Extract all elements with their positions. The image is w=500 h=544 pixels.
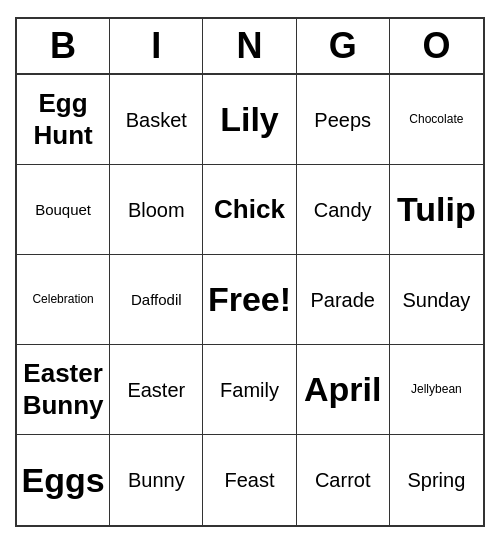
bingo-cell: Free! bbox=[203, 255, 296, 345]
header-letter: N bbox=[203, 19, 296, 73]
cell-text: Bouquet bbox=[35, 201, 91, 219]
header-letter: O bbox=[390, 19, 483, 73]
cell-text: Family bbox=[220, 378, 279, 402]
bingo-grid: Egg HuntBasketLilyPeepsChocolateBouquetB… bbox=[17, 75, 483, 525]
bingo-cell: Easter Bunny bbox=[17, 345, 110, 435]
cell-text: Easter Bunny bbox=[21, 358, 105, 420]
cell-text: Basket bbox=[126, 108, 187, 132]
bingo-cell: Celebration bbox=[17, 255, 110, 345]
cell-text: April bbox=[304, 369, 381, 410]
cell-text: Chocolate bbox=[409, 112, 463, 126]
cell-text: Spring bbox=[407, 468, 465, 492]
cell-text: Egg Hunt bbox=[21, 88, 105, 150]
bingo-cell: April bbox=[297, 345, 390, 435]
bingo-cell: Spring bbox=[390, 435, 483, 525]
cell-text: Peeps bbox=[314, 108, 371, 132]
bingo-header: BINGO bbox=[17, 19, 483, 75]
bingo-cell: Peeps bbox=[297, 75, 390, 165]
bingo-cell: Bouquet bbox=[17, 165, 110, 255]
cell-text: Candy bbox=[314, 198, 372, 222]
bingo-cell: Lily bbox=[203, 75, 296, 165]
bingo-cell: Chick bbox=[203, 165, 296, 255]
header-letter: G bbox=[297, 19, 390, 73]
cell-text: Jellybean bbox=[411, 382, 462, 396]
bingo-cell: Egg Hunt bbox=[17, 75, 110, 165]
bingo-cell: Eggs bbox=[17, 435, 110, 525]
cell-text: Daffodil bbox=[131, 291, 182, 309]
bingo-cell: Daffodil bbox=[110, 255, 203, 345]
cell-text: Tulip bbox=[397, 189, 476, 230]
cell-text: Free! bbox=[208, 279, 291, 320]
cell-text: Celebration bbox=[32, 292, 93, 306]
bingo-cell: Basket bbox=[110, 75, 203, 165]
cell-text: Parade bbox=[310, 288, 375, 312]
bingo-cell: Parade bbox=[297, 255, 390, 345]
cell-text: Lily bbox=[220, 99, 279, 140]
cell-text: Eggs bbox=[22, 460, 105, 501]
bingo-card: BINGO Egg HuntBasketLilyPeepsChocolateBo… bbox=[15, 17, 485, 527]
cell-text: Bloom bbox=[128, 198, 185, 222]
bingo-cell: Jellybean bbox=[390, 345, 483, 435]
bingo-cell: Tulip bbox=[390, 165, 483, 255]
bingo-cell: Carrot bbox=[297, 435, 390, 525]
bingo-cell: Candy bbox=[297, 165, 390, 255]
cell-text: Feast bbox=[224, 468, 274, 492]
bingo-cell: Bunny bbox=[110, 435, 203, 525]
cell-text: Easter bbox=[127, 378, 185, 402]
bingo-cell: Sunday bbox=[390, 255, 483, 345]
bingo-cell: Family bbox=[203, 345, 296, 435]
bingo-cell: Feast bbox=[203, 435, 296, 525]
bingo-cell: Bloom bbox=[110, 165, 203, 255]
cell-text: Bunny bbox=[128, 468, 185, 492]
bingo-cell: Easter bbox=[110, 345, 203, 435]
header-letter: I bbox=[110, 19, 203, 73]
header-letter: B bbox=[17, 19, 110, 73]
cell-text: Chick bbox=[214, 194, 285, 225]
cell-text: Sunday bbox=[402, 288, 470, 312]
cell-text: Carrot bbox=[315, 468, 371, 492]
bingo-cell: Chocolate bbox=[390, 75, 483, 165]
